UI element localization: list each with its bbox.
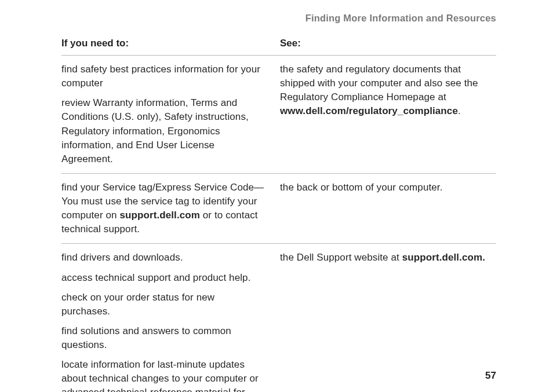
support-url-inline: support.dell.com <box>119 210 200 221</box>
table-row: find safety best practices information f… <box>61 56 496 174</box>
cell-need-row3: find drivers and downloads. access techn… <box>61 244 279 392</box>
need-faq: find solutions and answers to common que… <box>61 324 266 352</box>
see-regulatory-suffix: . <box>458 105 461 116</box>
cell-need-row2: find your Service tag/Express Service Co… <box>61 173 279 244</box>
see-support-site: the Dell Support website at support.dell… <box>280 251 496 265</box>
need-warranty-info: review Warranty information, Terms and C… <box>61 96 266 166</box>
cell-need-row1: find safety best practices information f… <box>61 56 279 174</box>
regulatory-url: www.dell.com/regulatory_compliance <box>280 105 458 116</box>
support-url-bold: support.dell.com. <box>402 252 485 263</box>
cell-see-row1: the safety and regulatory documents that… <box>279 56 496 174</box>
see-regulatory-docs: the safety and regulatory documents that… <box>280 63 496 119</box>
page-number: 57 <box>485 370 496 382</box>
need-order-status: check on your order status for new purch… <box>61 291 266 318</box>
cell-see-row2: the back or bottom of your computer. <box>279 173 496 244</box>
need-updates: locate information for last-minute updat… <box>61 358 266 392</box>
support-site-prefix: the Dell Support website at <box>280 252 402 263</box>
see-regulatory-prefix: the safety and regulatory documents that… <box>280 64 478 102</box>
info-resources-table: If you need to: See: find safety best pr… <box>61 38 496 392</box>
need-drivers: find drivers and downloads. <box>61 251 266 265</box>
see-back-bottom: the back or bottom of your computer. <box>280 181 496 195</box>
table-row: find your Service tag/Express Service Co… <box>61 173 496 244</box>
column-header-see: See: <box>279 38 496 56</box>
cell-see-row3: the Dell Support website at support.dell… <box>279 244 496 392</box>
table-row: find drivers and downloads. access techn… <box>61 244 496 392</box>
column-header-need: If you need to: <box>61 38 279 56</box>
need-safety-practices: find safety best practices information f… <box>61 63 266 90</box>
need-tech-support: access technical support and product hel… <box>61 271 266 285</box>
section-header: Finding More Information and Resources <box>61 13 496 24</box>
need-service-tag: find your Service tag/Express Service Co… <box>61 181 266 237</box>
